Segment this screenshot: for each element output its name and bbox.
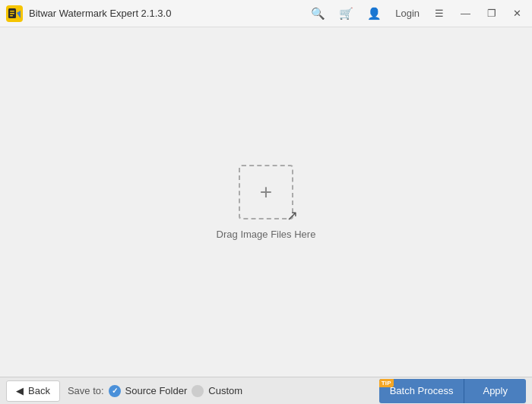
drop-box[interactable]: + ↗: [239, 165, 293, 219]
checkmark-icon: ✓: [112, 387, 118, 395]
bottombar: ◀ Back Save to: ✓ Source Folder Custom T…: [0, 377, 532, 404]
dropzone[interactable]: + ↗ Drag Image Files Here: [217, 165, 316, 240]
source-folder-checkbox[interactable]: ✓: [109, 385, 121, 397]
restore-button[interactable]: ❐: [483, 6, 501, 21]
right-buttons: TIP Batch Process Apply: [379, 379, 526, 403]
back-arrow-icon: ◀: [16, 385, 24, 396]
user-icon[interactable]: 👤: [364, 5, 385, 22]
back-button[interactable]: ◀ Back: [6, 380, 60, 402]
titlebar: Bitwar Watermark Expert 2.1.3.0 🔍 🛒 👤 Lo…: [0, 0, 532, 27]
save-to-label: Save to:: [68, 385, 104, 396]
menu-icon[interactable]: ☰: [430, 6, 448, 21]
search-icon[interactable]: 🔍: [308, 5, 328, 22]
tip-badge: TIP: [379, 379, 394, 387]
svg-rect-2: [10, 11, 14, 12]
close-button[interactable]: ✕: [508, 6, 526, 21]
apply-button[interactable]: Apply: [464, 379, 526, 403]
svg-rect-3: [10, 13, 14, 14]
svg-rect-4: [10, 15, 13, 17]
batch-process-button[interactable]: TIP Batch Process: [379, 379, 464, 403]
custom-radio[interactable]: [192, 385, 204, 397]
main-content: + ↗ Drag Image Files Here: [0, 27, 532, 377]
app-logo: [6, 5, 23, 22]
back-label: Back: [28, 385, 50, 396]
titlebar-icons: 🔍 🛒 👤 Login ☰ — ❐ ✕: [308, 5, 526, 22]
cart-icon[interactable]: 🛒: [336, 5, 356, 22]
source-folder-label: Source Folder: [125, 385, 188, 396]
minimize-button[interactable]: —: [456, 6, 475, 21]
plus-icon: +: [260, 181, 272, 203]
cursor-icon: ↗: [287, 207, 298, 224]
drop-hint-label: Drag Image Files Here: [217, 229, 316, 240]
app-title: Bitwar Watermark Expert 2.1.3.0: [29, 8, 308, 19]
custom-label: Custom: [208, 385, 242, 396]
save-to-section: Save to: ✓ Source Folder Custom: [68, 385, 379, 397]
login-button[interactable]: Login: [392, 6, 423, 21]
batch-process-label: Batch Process: [390, 385, 454, 396]
